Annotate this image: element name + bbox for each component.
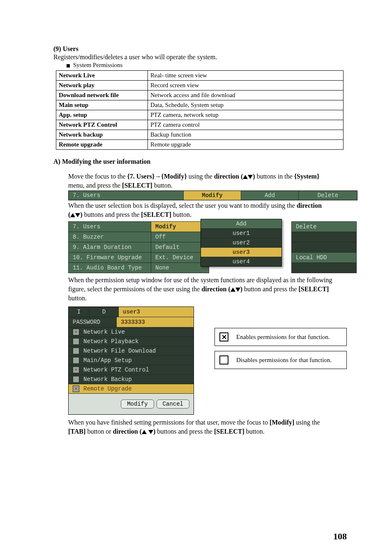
menu-row-label: 9. Alarm Duration: [69, 242, 151, 253]
after-table-para: When the permission setup window for use…: [68, 276, 347, 302]
checkbox-checked-icon[interactable]: ✕: [73, 385, 79, 392]
triangle-down-icon: [75, 213, 80, 217]
triangle-down-icon: [148, 430, 153, 434]
perm-desc: Real- time screen view: [148, 71, 344, 81]
permission-item[interactable]: Network Backup: [69, 375, 194, 384]
popup-item[interactable]: user2: [201, 238, 281, 248]
menu-strip-users: 7. Users Modify Add Delete: [68, 190, 357, 200]
menu-row-label: 10. Firmware Upgrade: [69, 253, 151, 263]
square-bullet-icon: [67, 64, 70, 67]
perm-label: App. setup: [56, 110, 148, 120]
legend-enabled: ✕ Enables permissions for that function.: [214, 328, 347, 346]
triangle-down-icon: [248, 175, 253, 179]
perm-label: Remote upgrade: [56, 140, 148, 150]
perm-label: Download network file: [56, 91, 148, 100]
subsection-a-heading: A) Modifying the user information: [53, 158, 347, 165]
permission-item-label: Network File Download: [83, 348, 156, 354]
checkbox-checked-icon[interactable]: ✕: [73, 367, 79, 373]
legend-disabled: Disables permissions for that function.: [214, 351, 347, 369]
checkbox-unchecked-icon[interactable]: [73, 338, 79, 345]
checkbox-legend: ✕ Enables permissions for that function.…: [214, 328, 347, 374]
permission-dialog: I D user3 PASSWORD 3333333 ✕Network Live…: [68, 307, 194, 415]
menu-row-extra[interactable]: Local HDD: [292, 253, 357, 263]
permission-item-label: Network Playback: [83, 338, 138, 345]
menu-row-extra[interactable]: Delete: [292, 222, 357, 232]
menu-row-extra: [292, 242, 357, 253]
permission-item[interactable]: ✕Network Live: [69, 327, 194, 337]
triangle-up-icon: [231, 288, 235, 292]
perm-label: Network play: [56, 81, 148, 91]
menu-row-label: 7. Users: [69, 222, 151, 232]
popup-header: Add: [201, 219, 281, 229]
perm-desc: Data, Schedule, System setup: [148, 100, 344, 110]
triangle-down-icon: [235, 288, 240, 292]
user-name-value[interactable]: user3: [119, 307, 194, 317]
final-para: When you have finished setting permissio…: [68, 418, 347, 436]
password-label: PASSWORD: [69, 317, 117, 327]
after-strip-para: When the user selection box is displayed…: [68, 201, 347, 219]
menu-row-extra: [292, 263, 357, 273]
triangle-up-icon: [70, 213, 75, 217]
permission-item-label: Network Live: [83, 329, 125, 335]
intro-text: Registers/modifies/deletes a user who wi…: [53, 53, 347, 61]
bullet-label: System Permissions: [73, 62, 122, 68]
permission-item[interactable]: ✕Remote Upgrade: [69, 384, 194, 394]
strip-delete[interactable]: Delete: [299, 191, 357, 200]
permission-item[interactable]: Network File Download: [69, 346, 194, 356]
perm-label: Main setup: [56, 100, 148, 110]
triangle-up-icon: [243, 175, 248, 179]
checkbox-unchecked-icon: [219, 355, 228, 365]
popup-item[interactable]: user1: [201, 229, 281, 238]
cancel-button[interactable]: Cancel: [157, 399, 189, 409]
checkbox-unchecked-icon[interactable]: [73, 357, 79, 364]
legend-disabled-text: Disables permissions for that function.: [233, 353, 335, 368]
modify-button[interactable]: Modify: [121, 399, 154, 409]
checkbox-unchecked-icon[interactable]: [73, 376, 79, 383]
perm-desc: PTZ camera, network setup: [148, 110, 344, 120]
permission-item-label: Remote Upgrade: [83, 385, 132, 392]
menu-table-wrapper: 7. Users Modify Delete 8. Buzzer Off 9. …: [68, 221, 357, 273]
perm-label: Network Live: [56, 71, 148, 81]
permission-item-label: Main/App Setup: [83, 357, 132, 364]
bullet-system-permissions: System Permissions: [67, 62, 347, 69]
triangle-up-icon: [142, 430, 147, 434]
password-value[interactable]: 3333333: [117, 317, 194, 327]
permissions-table: Network LiveReal- time screen view Netwo…: [56, 70, 344, 150]
perm-desc: PTZ camera control: [148, 120, 344, 130]
permission-item[interactable]: Network Playback: [69, 337, 194, 346]
menu-row-extra: [292, 232, 357, 242]
checkbox-unchecked-icon[interactable]: [73, 348, 79, 354]
checkbox-checked-icon[interactable]: ✕: [73, 329, 79, 335]
perm-label: Network PTZ Control: [56, 120, 148, 130]
user-select-popup[interactable]: Add user1 user2 user3 user4: [201, 219, 282, 267]
strip-add[interactable]: Add: [241, 191, 299, 200]
modA-para: Move the focus to the {7. Users}→{Modify…: [68, 172, 347, 190]
permission-item-label: Network Backup: [83, 376, 132, 383]
legend-enabled-text: Enables permissions for that function.: [233, 330, 333, 345]
popup-item-selected[interactable]: user3: [201, 248, 281, 257]
perm-label: Network backup: [56, 130, 148, 140]
perm-desc: Remote upgrade: [148, 140, 344, 150]
page-number: 108: [333, 531, 347, 542]
permission-item-label: Network PTZ Control: [83, 367, 149, 373]
strip-modify[interactable]: Modify: [184, 191, 241, 200]
id-col-label: I: [69, 307, 90, 317]
d-col-label: D: [90, 307, 119, 317]
perm-desc: Network access and file download: [148, 91, 344, 100]
strip-label: 7. Users: [69, 191, 184, 200]
permission-item[interactable]: Main/App Setup: [69, 356, 194, 365]
perm-desc: Backup function: [148, 130, 344, 140]
perm-desc: Record screen view: [148, 81, 344, 91]
popup-item[interactable]: user4: [201, 257, 281, 266]
checkbox-checked-icon: ✕: [219, 332, 228, 341]
section-heading: (9) Users: [53, 45, 347, 53]
menu-row-label: 8. Buzzer: [69, 232, 151, 242]
permission-item[interactable]: ✕Network PTZ Control: [69, 365, 194, 375]
menu-row-label: 11. Audio Board Type: [69, 263, 151, 273]
